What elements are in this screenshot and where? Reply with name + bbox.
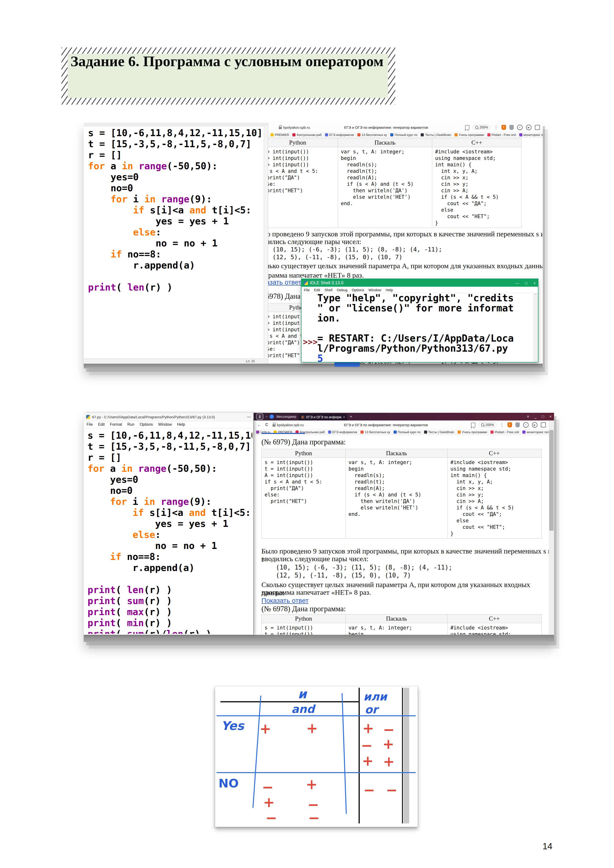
address-bar[interactable]: kpolyakov.spb.ru bbox=[268, 423, 304, 427]
more-menu-icon[interactable]: ⋮ bbox=[494, 125, 498, 130]
bookmark-label: Тесты | GeekBrain bbox=[425, 133, 451, 136]
maximize-button[interactable]: □ bbox=[525, 281, 527, 285]
menu-item[interactable]: Edit bbox=[98, 422, 105, 427]
menu-item[interactable]: Options bbox=[352, 288, 364, 292]
scrollbar-thumb[interactable] bbox=[549, 430, 553, 531]
task-text: программа напечатает «НЕТ» 8 раз. bbox=[268, 271, 543, 279]
task-text: Было проведено 9 запусков этой программы… bbox=[268, 230, 543, 238]
column-header: Python bbox=[268, 138, 338, 147]
code-editor-area[interactable]: s = [10,-6,11,8,4,12,-11,15,10]t = [15,-… bbox=[88, 127, 263, 358]
bookmark-icon[interactable] bbox=[465, 125, 469, 130]
editor-scrollbar[interactable] bbox=[264, 126, 268, 358]
tab-close-icon[interactable]: × bbox=[343, 415, 345, 419]
extension-icon[interactable] bbox=[535, 125, 540, 130]
bookmark-item[interactable]: Контрольная раб bbox=[292, 133, 322, 136]
shield-icon[interactable] bbox=[510, 125, 514, 130]
shield-icon[interactable] bbox=[515, 422, 520, 428]
bookmark-label: Учись программи bbox=[459, 133, 484, 136]
check-badge-icon[interactable] bbox=[517, 125, 522, 130]
shell-prompt: >>> bbox=[303, 337, 317, 347]
menu-item[interactable]: Help bbox=[177, 422, 185, 427]
address-bar[interactable]: kpolyakov.spb.ru bbox=[268, 126, 310, 129]
favicon bbox=[393, 431, 397, 434]
page-scrollbar[interactable] bbox=[549, 420, 554, 635]
menu-item[interactable]: File bbox=[87, 422, 93, 427]
table-header-row: Python Паскаль C++ bbox=[262, 614, 542, 623]
browser-menu-button[interactable]: ≡ bbox=[527, 414, 529, 419]
menu-item[interactable]: Format bbox=[110, 422, 122, 427]
bookmark-icon[interactable] bbox=[471, 423, 476, 427]
bookmark-item[interactable]: мониторинг пита bbox=[519, 133, 543, 136]
menu-item[interactable]: Run bbox=[127, 422, 134, 427]
shell-line: 5 bbox=[317, 353, 534, 362]
maximize-button[interactable]: □ bbox=[542, 414, 544, 419]
play-badge-icon[interactable] bbox=[532, 422, 538, 428]
zoom-level: 200% bbox=[479, 126, 488, 129]
back-icon[interactable]: ← bbox=[254, 422, 261, 428]
app-icon[interactable] bbox=[270, 414, 274, 419]
new-tab-button[interactable]: + bbox=[350, 414, 352, 419]
more-menu-icon[interactable]: ⋮ bbox=[500, 422, 504, 428]
bookmark-item[interactable]: Учись программи bbox=[458, 430, 487, 434]
shell-menu-bar: FileEditShellDebugOptionsWindowHelp bbox=[302, 287, 538, 293]
shield-alert-icon[interactable] bbox=[508, 422, 512, 428]
menu-item[interactable]: Edit bbox=[314, 288, 320, 292]
tab-active[interactable]: ЕГЭ и ОГЭ по информ × bbox=[298, 414, 348, 420]
bookmark-item[interactable]: Учись программи bbox=[454, 133, 484, 136]
bookmark-item[interactable]: ЕГЭ информатик bbox=[325, 133, 354, 136]
close-button[interactable]: × bbox=[549, 414, 552, 419]
minimize-button[interactable]: _ bbox=[535, 414, 536, 419]
sketch-mark: − bbox=[383, 723, 395, 737]
python-code: print( len(r) ) bbox=[88, 271, 263, 293]
bookmark-item[interactable]: Полный курс по bbox=[393, 430, 421, 434]
minimize-button[interactable]: — bbox=[515, 281, 519, 285]
table-body-row: s = int(input()) t = int(input()) A = in… bbox=[268, 147, 521, 228]
bookmark-item[interactable]: Pixilart - Free onli bbox=[490, 430, 519, 434]
label-or-ru: или bbox=[363, 690, 387, 703]
menu-item[interactable]: Help bbox=[385, 288, 393, 292]
show-answer-link[interactable]: Показать ответ bbox=[261, 597, 309, 604]
play-badge-icon[interactable] bbox=[526, 125, 532, 130]
shell-title-bar[interactable]: IDLE Shell 3.13.0 — □ × bbox=[302, 279, 538, 287]
bookmark-item[interactable]: PREMIER bbox=[270, 133, 289, 136]
shell-scrollbar[interactable] bbox=[533, 293, 538, 362]
menu-item[interactable]: File bbox=[304, 288, 309, 292]
menu-item[interactable]: Shell bbox=[325, 288, 333, 292]
menu-item[interactable]: Options bbox=[140, 422, 153, 427]
show-answer-link[interactable]: Показать ответ bbox=[268, 279, 302, 286]
bookmark-item[interactable]: 13 бесплатных ку bbox=[361, 430, 390, 434]
sketch-black-vline bbox=[402, 688, 403, 823]
bookmark-item[interactable]: мониторинг пита bbox=[522, 430, 551, 434]
sketch-mark: + bbox=[383, 755, 395, 769]
menu-item[interactable]: Window bbox=[368, 288, 381, 292]
bookmark-item[interactable]: Полный курс по bbox=[390, 133, 417, 136]
chevron-down-icon[interactable]: ˅ bbox=[266, 415, 267, 418]
close-button[interactable]: × bbox=[533, 281, 536, 285]
bookmark-label: ЕГЭ информатик bbox=[329, 133, 354, 136]
extension-icon[interactable] bbox=[541, 422, 546, 428]
zoom-control[interactable]: 200% bbox=[479, 422, 496, 427]
menu-item[interactable]: Window bbox=[158, 422, 172, 427]
bookmark-item[interactable]: Pixilart - Free onli bbox=[487, 133, 516, 136]
python-cell: s = int(input()) t = int(input()) A = in… bbox=[262, 458, 346, 538]
bookmark-item[interactable]: 13 бесплатных ку bbox=[358, 133, 387, 136]
shield-alert-icon[interactable] bbox=[502, 125, 506, 130]
editor-title-bar[interactable]: 67.py - C:/Users/I/AppData/Local/Program… bbox=[84, 413, 253, 421]
bookmark-item[interactable]: ЕГЭ информатик bbox=[328, 430, 357, 434]
check-badge-icon[interactable] bbox=[523, 422, 529, 428]
shell-output-area[interactable]: Type "help", "copyright", "credits" or "… bbox=[302, 293, 534, 362]
zoom-control[interactable]: 200% bbox=[473, 125, 490, 130]
bookmark-item[interactable]: Тесты | GeekBrain bbox=[421, 133, 451, 136]
tab-count-badge[interactable]: 2 bbox=[256, 414, 263, 420]
bookmark-item[interactable]: Тесты | GeekBrain bbox=[424, 430, 454, 434]
tab-messenger[interactable]: Мессенджер bbox=[276, 415, 296, 418]
minimize-button[interactable]: — bbox=[247, 415, 251, 419]
window-controls: ≡ _ □ × bbox=[527, 414, 552, 419]
column-header: C++ bbox=[448, 449, 541, 457]
menu-item[interactable]: Debug bbox=[337, 288, 347, 292]
refresh-icon[interactable]: C bbox=[261, 423, 268, 427]
pascal-cell: var s, t, A: integer; begin readln(s); r… bbox=[338, 147, 432, 228]
python-code: s = [10,-6,11,8,4,12,-11,15,10]t = [15,-… bbox=[88, 127, 263, 271]
label-or-en: or bbox=[365, 703, 378, 716]
code-editor-area[interactable]: s = [10,-6,11,8,4,12,-11,15,10]t = [15,-… bbox=[87, 430, 252, 634]
